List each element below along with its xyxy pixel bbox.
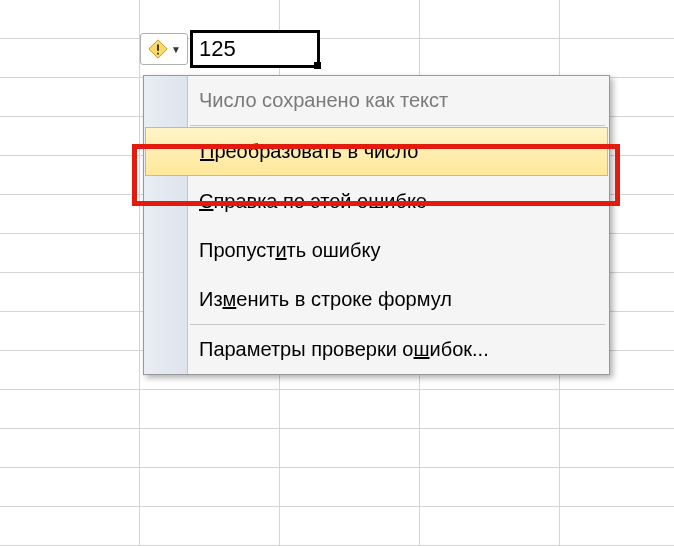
menu-header-text: Число сохранено как текст [199, 89, 448, 112]
menu-separator [190, 125, 605, 126]
menu-help[interactable]: Справка по этой ошибке [144, 177, 609, 226]
cell-value: 125 [199, 36, 236, 62]
menu-error-options[interactable]: Параметры проверки ошибок... [144, 325, 609, 374]
menu-convert-label: Преобразовать в число [200, 140, 418, 163]
error-context-menu: Число сохранено как текст Преобразовать … [143, 75, 610, 375]
menu-edit-label: Изменить в строке формул [199, 288, 452, 311]
menu-edit-formula-bar[interactable]: Изменить в строке формул [144, 275, 609, 324]
menu-header: Число сохранено как текст [144, 76, 609, 125]
error-smart-tag[interactable]: ▼ [140, 33, 188, 65]
svg-rect-1 [157, 53, 159, 55]
menu-convert-to-number[interactable]: Преобразовать в число [145, 127, 608, 176]
menu-options-label: Параметры проверки ошибок... [199, 338, 489, 361]
menu-skip-label: Пропустить ошибку [199, 239, 380, 262]
warning-diamond-icon [147, 38, 169, 60]
selected-cell[interactable]: 125 [190, 30, 320, 68]
chevron-down-icon: ▼ [171, 44, 181, 55]
menu-help-label: Справка по этой ошибке [199, 190, 427, 213]
menu-skip-error[interactable]: Пропустить ошибку [144, 226, 609, 275]
svg-rect-0 [157, 44, 159, 50]
